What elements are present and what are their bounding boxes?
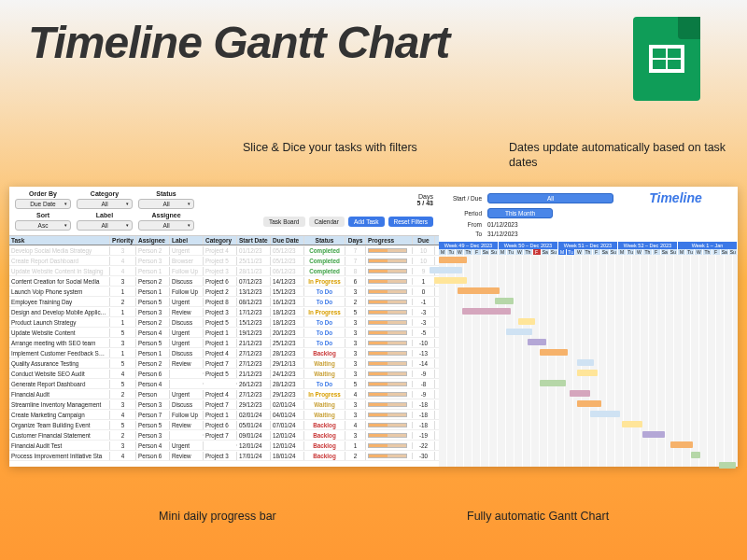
period-select[interactable]: This Month — [487, 208, 553, 218]
table-row[interactable]: Create Marketing Campaign4Person 7Follow… — [9, 410, 439, 420]
col-header: Task — [9, 236, 110, 245]
progress-bar — [368, 279, 407, 284]
gantt-bar — [577, 400, 601, 407]
table-row[interactable]: Quality Assurance Testing5Person 2Review… — [9, 358, 439, 369]
table-row[interactable]: Launch Voip Phone system1Person 1Follow … — [9, 287, 439, 297]
progress-bar — [368, 361, 407, 366]
gantt-chart — [439, 255, 738, 467]
timeline-title: Timeline — [619, 190, 732, 205]
to-value: 31/12/2023 — [487, 231, 518, 237]
gantt-bar — [506, 329, 532, 335]
gantt-bar — [434, 277, 467, 284]
gantt-bar — [719, 462, 736, 469]
reset-filters-button[interactable]: Reset Filters — [388, 217, 433, 227]
label-filter-label: Label — [77, 212, 133, 218]
table-row[interactable]: Generate Report Dashboard5Person 426/12/… — [9, 379, 439, 389]
col-header: Category — [204, 236, 237, 245]
calendar-button[interactable]: Calendar — [309, 217, 345, 227]
table-row[interactable]: Design and Develop Mobile Applications1P… — [9, 307, 439, 317]
gantt-bar — [642, 431, 665, 438]
assignee-label: Assignee — [138, 212, 194, 218]
gantt-bar — [590, 411, 620, 417]
progress-bar — [368, 433, 407, 438]
col-header: Due Date — [271, 236, 304, 245]
col-header: Assignee — [136, 236, 170, 245]
days-value: 5 / 43 — [416, 200, 433, 206]
progress-bar — [368, 289, 407, 294]
gantt-bar — [540, 380, 566, 386]
table-row[interactable]: Process Improvement Initiative Sta4Perso… — [9, 451, 439, 461]
table-row[interactable]: Product Launch Strategy1Person 2DiscussP… — [9, 317, 439, 328]
annotation-gantt: Fully automatic Gantt Chart — [467, 509, 609, 524]
table-row[interactable]: Create Report Dashboard4Person 3BrowserP… — [9, 256, 439, 266]
progress-bar — [368, 310, 407, 315]
order-by-select[interactable]: Due Date — [15, 199, 71, 209]
assignee-select[interactable]: All — [138, 220, 194, 231]
gantt-bar — [430, 267, 462, 273]
progress-bar — [368, 371, 407, 376]
gantt-bar — [577, 359, 594, 366]
progress-bar — [368, 300, 407, 304]
progress-bar — [368, 382, 407, 386]
col-header: Status — [304, 236, 345, 245]
gantt-bar — [570, 390, 590, 397]
gantt-bar — [439, 257, 467, 263]
table-row[interactable]: Streamline Inventory Management3Person 3… — [9, 399, 439, 410]
table-row[interactable]: Financial Audit2PersonUrgentProject 427/… — [9, 389, 439, 399]
page-title: Timeline Gantt Chart — [28, 17, 449, 68]
category-select[interactable]: All — [77, 199, 133, 209]
progress-bar — [368, 443, 407, 448]
week-header: Week 49 – Dec 2023Week 50 – Dec 2023Week… — [439, 242, 738, 249]
progress-bar — [368, 413, 407, 417]
table-row[interactable]: Employee Training Day2Person 5UrgentProj… — [9, 297, 439, 307]
gantt-bar — [462, 308, 511, 315]
progress-bar — [368, 341, 407, 345]
start-due-select[interactable]: All — [487, 193, 613, 203]
gantt-bar — [458, 287, 500, 294]
table-row[interactable]: Financial Audit Test3Person 4Urgent12/01… — [9, 441, 439, 451]
progress-bar — [368, 351, 407, 356]
table-row[interactable]: Develop Social Media Strategy3Person 2Ur… — [9, 245, 439, 256]
gantt-bar — [622, 421, 642, 427]
sheets-logo-icon — [633, 17, 700, 101]
gantt-bar — [540, 349, 568, 356]
progress-bar — [368, 423, 407, 427]
progress-bar — [368, 392, 407, 397]
table-row[interactable]: Arrange meeting with SEO team3Person 5Ur… — [9, 338, 439, 348]
from-value: 01/12/2023 — [487, 221, 518, 228]
table-row[interactable]: Implement Customer Feedback System1Perso… — [9, 348, 439, 358]
gantt-bar — [518, 318, 535, 325]
progress-bar — [368, 454, 407, 458]
days-label: Days — [416, 193, 433, 200]
task-table: TaskPriorityAssigneeLabelCategoryStart D… — [9, 235, 439, 467]
task-board-button[interactable]: Task Board — [263, 217, 305, 227]
col-header: Priority — [110, 236, 136, 245]
table-row[interactable]: Update Website Content5Person 4UrgentPro… — [9, 328, 439, 338]
add-task-button[interactable]: Add Task — [348, 217, 385, 227]
annotation-filters: Slice & Dice your tasks with filters — [243, 140, 417, 155]
status-select[interactable]: All — [138, 199, 194, 209]
col-header: Due — [413, 236, 435, 245]
table-row[interactable]: Customer Financial Statement2Person 3Pro… — [9, 430, 439, 441]
progress-bar — [368, 402, 407, 407]
gantt-bar — [528, 339, 546, 345]
table-row[interactable]: Organize Team Building Event5Person 5Rev… — [9, 420, 439, 430]
annotation-progress: Mini daily progress bar — [159, 509, 276, 524]
table-row[interactable]: Update Website Content In Staging4Person… — [9, 266, 439, 276]
progress-bar — [368, 320, 407, 325]
spreadsheet-panel: Order ByDue Date CategoryAll StatusAll D… — [9, 187, 738, 467]
gantt-bar — [691, 452, 700, 458]
progress-bar — [368, 248, 407, 253]
progress-bar — [368, 269, 407, 273]
filter-controls: Order ByDue Date CategoryAll StatusAll D… — [9, 187, 439, 235]
table-row[interactable]: Conduct Website SEO Audit4Person 6Projec… — [9, 369, 439, 379]
label-select[interactable]: All — [77, 220, 133, 231]
progress-bar — [368, 259, 407, 263]
sort-select[interactable]: Asc — [15, 220, 71, 231]
annotation-dates: Dates update automatically based on task… — [509, 140, 747, 171]
table-row[interactable]: Content Creation for Social Media3Person… — [9, 276, 439, 287]
progress-bar — [368, 330, 407, 335]
gantt-bar — [670, 441, 693, 448]
sort-label: Sort — [15, 212, 71, 218]
col-header: Days — [345, 236, 366, 245]
